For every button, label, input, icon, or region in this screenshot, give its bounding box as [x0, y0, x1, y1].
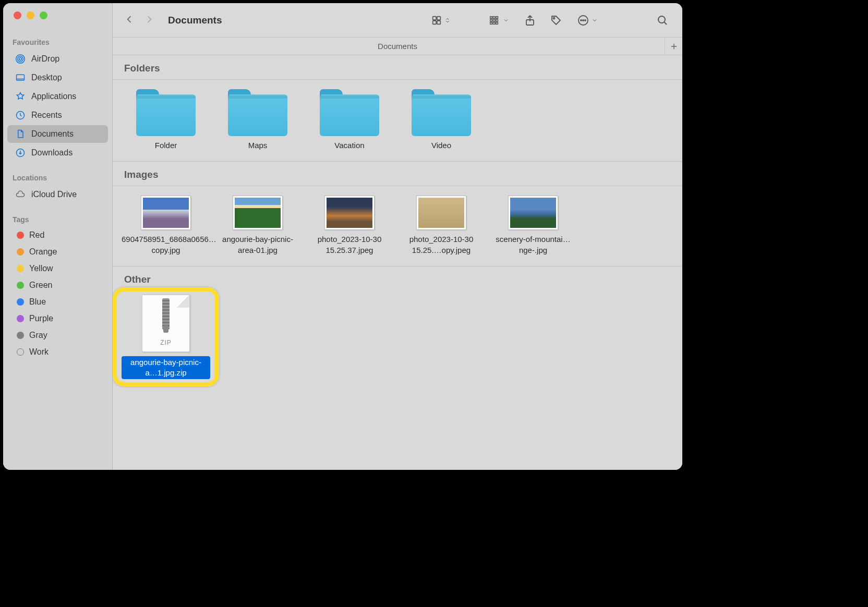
sidebar-item-airdrop[interactable]: AirDrop	[7, 50, 108, 68]
content-area: Folders Folder Maps Vacation Video	[113, 55, 682, 470]
other-grid: ZIP angourie-bay-picnic-a…1.jpg.zip	[113, 285, 682, 390]
sidebar-tag-orange[interactable]: Orange	[7, 244, 108, 260]
svg-point-25	[585, 20, 586, 21]
image-thumbnail	[141, 196, 191, 230]
window-title: Documents	[168, 15, 222, 26]
sidebar-item-label: Work	[29, 347, 49, 357]
image-item[interactable]: 6904758951_6868a0656…copy.jpg	[120, 196, 212, 256]
svg-rect-18	[493, 22, 495, 24]
image-item[interactable]: photo_2023-10-30 15.25.37.jpeg	[304, 196, 395, 256]
zip-badge: ZIP	[142, 339, 189, 346]
image-item[interactable]: angourie-bay-picnic-area-01.jpg	[212, 196, 304, 256]
zip-icon: ZIP	[142, 295, 190, 352]
item-label: scenery-of-mountai…nge-.jpg	[489, 234, 577, 256]
tag-dot-icon	[17, 332, 24, 339]
sidebar-tag-green[interactable]: Green	[7, 277, 108, 293]
folder-icon	[228, 89, 287, 136]
sidebar-item-label: Downloads	[31, 148, 73, 157]
sidebar-item-label: Blue	[29, 297, 46, 307]
svg-point-0	[19, 58, 22, 60]
sidebar-item-recents[interactable]: Recents	[7, 106, 108, 124]
images-grid: 6904758951_6868a0656…copy.jpg angourie-b…	[113, 186, 682, 266]
group-header-folders: Folders	[113, 55, 682, 80]
sidebar-section-tags: Tags	[3, 212, 112, 227]
actions-menu-button[interactable]	[574, 14, 601, 27]
svg-rect-12	[493, 16, 495, 18]
sidebar-item-label: iCloud Drive	[31, 190, 77, 199]
item-label: Vacation	[334, 140, 364, 151]
sidebar-item-downloads[interactable]: Downloads	[7, 144, 108, 162]
sidebar-item-label: Documents	[31, 129, 74, 139]
archive-item[interactable]: ZIP angourie-bay-picnic-a…1.jpg.zip	[120, 295, 212, 380]
group-header-other: Other	[113, 266, 682, 285]
image-item[interactable]: photo_2023-10-30 15.25.…opy.jpeg	[395, 196, 487, 256]
sidebar-tag-gray[interactable]: Gray	[7, 327, 108, 343]
sidebar-item-label: Applications	[31, 92, 76, 101]
svg-point-23	[581, 20, 582, 21]
share-button[interactable]	[522, 12, 538, 29]
sidebar-tag-purple[interactable]: Purple	[7, 311, 108, 326]
folder-item[interactable]: Vacation	[304, 89, 395, 151]
svg-rect-17	[490, 22, 492, 24]
sidebar-tag-red[interactable]: Red	[7, 227, 108, 243]
sidebar-item-desktop[interactable]: Desktop	[7, 69, 108, 87]
folder-icon	[320, 89, 379, 136]
image-item[interactable]: scenery-of-mountai…nge-.jpg	[487, 196, 579, 256]
tab-bar: Documents	[113, 38, 682, 55]
sidebar-item-applications[interactable]: Applications	[7, 88, 108, 105]
active-tab[interactable]: Documents	[378, 42, 417, 51]
svg-rect-13	[496, 16, 498, 18]
sidebar-item-label: Gray	[29, 331, 47, 340]
svg-rect-19	[496, 22, 498, 24]
finder-window: Favourites AirDrop Desktop Applications …	[3, 3, 682, 470]
sidebar-item-label: Desktop	[31, 73, 62, 82]
item-label: angourie-bay-picnic-area-01.jpg	[213, 234, 302, 256]
tag-dot-icon	[17, 348, 24, 356]
airdrop-icon	[15, 53, 26, 65]
desktop-icon	[15, 72, 26, 83]
tag-dot-icon	[17, 282, 24, 289]
window-controls	[3, 11, 112, 19]
group-by-button[interactable]	[485, 15, 512, 26]
tags-button[interactable]	[548, 12, 564, 29]
folder-item[interactable]: Video	[395, 89, 487, 151]
tag-dot-icon	[17, 248, 24, 256]
view-mode-button[interactable]	[428, 15, 454, 26]
item-label: Folder	[155, 140, 177, 151]
sidebar-tag-yellow[interactable]: Yellow	[7, 261, 108, 276]
sidebar-tag-work[interactable]: Work	[7, 344, 108, 360]
item-label: photo_2023-10-30 15.25.…opy.jpeg	[397, 234, 486, 256]
image-thumbnail	[508, 196, 558, 230]
image-thumbnail	[324, 196, 375, 230]
tag-dot-icon	[17, 232, 24, 239]
sidebar-tag-blue[interactable]: Blue	[7, 294, 108, 310]
sidebar-item-label: Purple	[29, 314, 53, 323]
svg-rect-16	[496, 19, 498, 21]
nav-back-button[interactable]	[124, 13, 135, 28]
minimize-window-button[interactable]	[27, 11, 34, 19]
folder-item[interactable]: Maps	[212, 89, 304, 151]
group-header-images: Images	[113, 162, 682, 186]
sidebar-item-label: Green	[29, 281, 52, 290]
sidebar-section-locations: Locations	[3, 171, 112, 185]
sidebar-item-label: Yellow	[29, 264, 53, 273]
sidebar-item-label: Red	[29, 230, 44, 240]
folder-item[interactable]: Folder	[120, 89, 212, 151]
nav-forward-button[interactable]	[144, 13, 154, 28]
new-tab-button[interactable]	[665, 38, 682, 55]
item-label: angourie-bay-picnic-a…1.jpg.zip	[122, 356, 210, 380]
svg-rect-15	[493, 19, 495, 21]
documents-icon	[15, 128, 26, 140]
zoom-window-button[interactable]	[40, 11, 47, 19]
sidebar-item-documents[interactable]: Documents	[7, 125, 108, 143]
image-thumbnail	[233, 196, 283, 230]
svg-point-21	[553, 17, 555, 19]
image-thumbnail	[416, 196, 466, 230]
search-button[interactable]	[654, 12, 671, 29]
svg-point-24	[583, 20, 584, 21]
sidebar-item-icloud-drive[interactable]: iCloud Drive	[7, 186, 108, 203]
item-label: Video	[431, 140, 451, 151]
sidebar-item-label: Orange	[29, 247, 57, 257]
close-window-button[interactable]	[14, 11, 21, 19]
svg-point-1	[18, 56, 23, 62]
